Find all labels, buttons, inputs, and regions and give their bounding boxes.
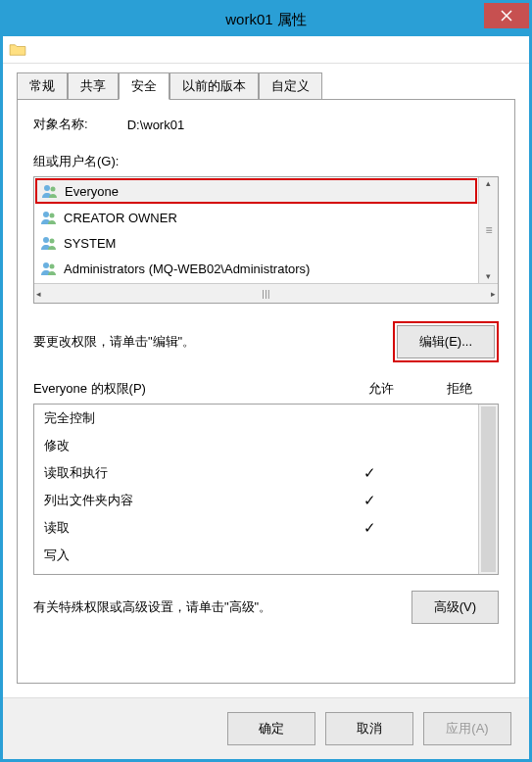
permission-row[interactable]: 列出文件夹内容✓ <box>34 487 478 514</box>
titlebar: work01 属性 <box>3 3 529 36</box>
window-title: work01 属性 <box>3 11 529 29</box>
svg-point-2 <box>44 185 50 191</box>
tab-general[interactable]: 常规 <box>17 72 68 100</box>
scroll-up-icon: ▴ <box>486 179 491 188</box>
allow-column-header: 允许 <box>342 380 420 398</box>
edit-prompt-label: 要更改权限，请单击"编辑"。 <box>33 333 393 351</box>
properties-dialog: work01 属性 常规 共享 安全 以前的版本 自定义 对象名称: D:\wo… <box>0 0 532 762</box>
permission-name: 修改 <box>44 437 333 454</box>
ok-button[interactable]: 确定 <box>227 712 315 745</box>
allow-check-icon: ✓ <box>333 519 406 537</box>
users-icon <box>41 183 59 199</box>
vertical-scrollbar[interactable] <box>478 405 498 574</box>
tab-previous[interactable]: 以前的版本 <box>169 72 259 100</box>
iconbar <box>3 36 529 64</box>
list-item[interactable]: Administrators (MQ-WEB02\Administrators) <box>34 256 478 281</box>
security-panel: 对象名称: D:\work01 组或用户名(G): Everyone CREAT… <box>17 99 515 684</box>
vertical-scrollbar[interactable]: ▴ ≡ ▾ <box>478 177 498 283</box>
tab-customize[interactable]: 自定义 <box>259 72 322 100</box>
svg-point-5 <box>50 214 55 218</box>
users-icon <box>40 235 58 251</box>
list-item-label: SYSTEM <box>64 236 116 251</box>
close-icon <box>501 10 512 22</box>
tab-strip: 常规 共享 安全 以前的版本 自定义 <box>17 71 515 99</box>
list-item-label: Administrators (MQ-WEB02\Administrators) <box>64 262 310 276</box>
allow-check-icon: ✓ <box>333 464 406 482</box>
advanced-prompt-label: 有关特殊权限或高级设置，请单击"高级"。 <box>33 598 411 616</box>
folder-icon <box>9 43 26 57</box>
cancel-button[interactable]: 取消 <box>325 712 413 745</box>
svg-point-9 <box>50 264 55 269</box>
list-item[interactable]: CREATOR OWNER <box>34 205 478 230</box>
svg-point-3 <box>51 187 56 192</box>
permission-row[interactable]: 读取和执行✓ <box>34 459 478 487</box>
tab-security[interactable]: 安全 <box>119 72 169 100</box>
list-item[interactable]: Everyone <box>35 178 477 204</box>
content-area: 常规 共享 安全 以前的版本 自定义 对象名称: D:\work01 组或用户名… <box>3 64 529 697</box>
dialog-button-row: 确定 取消 应用(A) <box>3 697 529 759</box>
scroll-down-icon: ▾ <box>486 272 491 281</box>
permission-row[interactable]: 完全控制 <box>34 405 478 432</box>
scroll-right-icon: ▸ <box>491 289 496 299</box>
object-name-row: 对象名称: D:\work01 <box>33 116 499 133</box>
scroll-thumb-icon: ⫼ <box>41 286 491 301</box>
close-button[interactable] <box>484 3 529 28</box>
apply-button[interactable]: 应用(A) <box>423 712 511 745</box>
permission-row[interactable]: 读取✓ <box>34 514 478 542</box>
svg-point-4 <box>43 212 49 217</box>
permission-name: 列出文件夹内容 <box>44 492 333 509</box>
permissions-listbox: 完全控制修改读取和执行✓列出文件夹内容✓读取✓写入 <box>33 404 499 575</box>
permission-name: 写入 <box>44 547 333 564</box>
allow-check-icon: ✓ <box>333 492 406 509</box>
permission-name: 完全控制 <box>44 409 333 427</box>
list-item-label: CREATOR OWNER <box>64 211 177 225</box>
permission-name: 读取和执行 <box>44 464 333 482</box>
scroll-thumb-icon: ≡ <box>485 223 491 237</box>
svg-point-8 <box>43 262 49 268</box>
list-item-label: Everyone <box>65 184 119 199</box>
advanced-button[interactable]: 高级(V) <box>411 591 499 624</box>
groups-label: 组或用户名(G): <box>33 153 499 170</box>
permissions-header: Everyone 的权限(P) <box>33 380 342 398</box>
object-name-label: 对象名称: <box>33 116 88 133</box>
svg-point-7 <box>50 239 55 244</box>
svg-point-6 <box>43 237 49 243</box>
groups-listbox[interactable]: Everyone CREATOR OWNER SYSTEM Admin <box>33 176 499 304</box>
object-name-value: D:\work01 <box>127 118 185 132</box>
users-icon <box>40 261 58 276</box>
deny-column-header: 拒绝 <box>420 380 499 398</box>
horizontal-scrollbar[interactable]: ◂ ⫼ ▸ <box>34 283 498 303</box>
permission-row[interactable]: 修改 <box>34 432 478 459</box>
edit-button[interactable]: 编辑(E)... <box>397 325 495 358</box>
permission-row[interactable]: 写入 <box>34 542 478 569</box>
users-icon <box>40 210 58 225</box>
tab-sharing[interactable]: 共享 <box>68 72 119 100</box>
list-item[interactable]: SYSTEM <box>34 230 478 256</box>
permission-name: 读取 <box>44 519 333 537</box>
